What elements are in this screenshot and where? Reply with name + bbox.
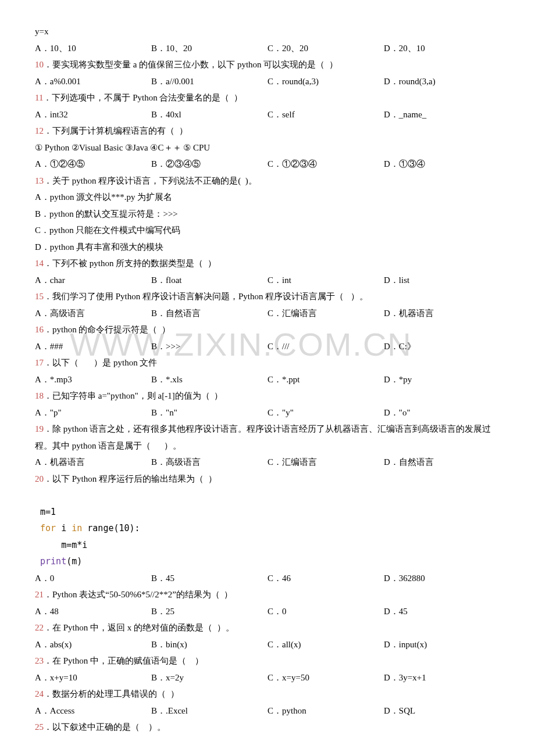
question-text: ．Python 表达式“50-50%6*5//2**2”的结果为（ ） xyxy=(44,590,233,599)
option-b: B．45 xyxy=(151,570,268,587)
option-a: A．①②④⑤ xyxy=(35,156,151,173)
q14-options: A．char B．float C．int D．list xyxy=(35,272,500,289)
option-b: B．自然语言 xyxy=(151,305,268,322)
option-b: B．40xl xyxy=(151,106,268,123)
question-number: 17 xyxy=(35,358,44,367)
function: print xyxy=(35,556,66,567)
option-b: B．bin(x) xyxy=(151,636,268,653)
option-b: B．x=2y xyxy=(151,669,268,686)
q16: 16．python 的命令行提示符是（ ） xyxy=(35,321,500,338)
q19: 19．除 python 语言之处，还有很多其他程序设计语言。程序设计语言经历了从… xyxy=(35,421,500,454)
option-d: D．362880 xyxy=(384,570,500,587)
option-d: D．自然语言 xyxy=(384,454,500,471)
q17-options: A．*.mp3 B．*.xls C．*.ppt D．*py xyxy=(35,371,500,388)
option-d: D．list xyxy=(384,272,500,289)
document-content: y=x A．10、10 B．10、20 C．20、20 D．20、10 10．要… xyxy=(35,23,500,736)
question-number: 19 xyxy=(35,424,44,433)
option-d: D．input(x) xyxy=(384,636,500,653)
q20: 20．以下 Python 程序运行后的输出结果为（ ） xyxy=(35,471,500,488)
option-a: A．python 源文件以***.py 为扩展名 xyxy=(35,189,500,206)
q23-options: A．x+y=10 B．x=2y C．x=y=50 D．3y=x+1 xyxy=(35,669,500,686)
question-number: 20 xyxy=(35,474,44,483)
keyword: for xyxy=(35,523,56,533)
q15-options: A．高级语言 B．自然语言 C．汇编语言 D．机器语言 xyxy=(35,305,500,322)
option-d: D．45 xyxy=(384,603,500,620)
option-b: B．>>> xyxy=(151,338,268,355)
option-b: B．25 xyxy=(151,603,268,620)
option-d: D．*py xyxy=(384,371,500,388)
question-number: 11 xyxy=(35,93,43,102)
option-b: B．float xyxy=(151,272,268,289)
question-text: ．我们学习了使用 Python 程序设计语言解决问题，Python 程序设计语言… xyxy=(44,292,368,301)
option-c: C．int xyxy=(268,272,384,289)
option-d: D．"o" xyxy=(384,404,500,421)
option-a: A．10、10 xyxy=(35,40,151,57)
option-c: C．0 xyxy=(268,603,384,620)
option-c: C．round(a,3) xyxy=(268,73,384,90)
question-number: 12 xyxy=(35,126,44,135)
question-number: 13 xyxy=(35,176,44,185)
option-d: D．20、10 xyxy=(384,40,500,57)
code-block: m=1 for i in range(10): m=m*i print(m) xyxy=(35,487,500,570)
question-text: ．已知字符串 a="python"，则 a[-1]的值为（ ） xyxy=(44,391,223,400)
q15: 15．我们学习了使用 Python 程序设计语言解决问题，Python 程序设计… xyxy=(35,288,500,305)
option-d: D．①③④ xyxy=(384,156,500,173)
question-number: 15 xyxy=(35,292,44,301)
question-text: ．在 Python 中，返回 x 的绝对值的函数是（ ）。 xyxy=(44,623,234,632)
question-number: 10 xyxy=(35,60,44,69)
option-c: C．汇编语言 xyxy=(268,454,384,471)
q10-options: A．a%0.001 B．a//0.001 C．round(a,3) D．roun… xyxy=(35,73,500,90)
option-a: A．机器语言 xyxy=(35,454,151,471)
q12-options: A．①②④⑤ B．②③④⑤ C．①②③④ D．①③④ xyxy=(35,156,500,173)
option-b: B．a//0.001 xyxy=(151,73,268,90)
option-a: A．a%0.001 xyxy=(35,73,151,90)
q21: 21．Python 表达式“50-50%6*5//2**2”的结果为（ ） xyxy=(35,586,500,603)
question-text: ．下列不被 python 所支持的数据类型是（ ） xyxy=(44,259,216,268)
code-line: m=1 xyxy=(35,507,56,517)
option-a: A．int32 xyxy=(35,106,151,123)
q14: 14．下列不被 python 所支持的数据类型是（ ） xyxy=(35,255,500,272)
option-a: A．0 xyxy=(35,570,151,587)
q24: 24．数据分析的处理工具错误的（ ） xyxy=(35,686,500,703)
keyword: in xyxy=(72,523,82,533)
q18-options: A．"p" B．"n" C．"y" D．"o" xyxy=(35,404,500,421)
option-d: D．_name_ xyxy=(384,106,500,123)
option-c: C．*.ppt xyxy=(268,371,384,388)
option-b: B．②③④⑤ xyxy=(151,156,268,173)
option-c: C．汇编语言 xyxy=(268,305,384,322)
option-b: B．*.xls xyxy=(151,371,268,388)
option-c: C．/// xyxy=(268,338,384,355)
option-b: B．python 的默认交互提示符是：>>> xyxy=(35,206,500,223)
q12: 12．下列属于计算机编程语言的有（ ） xyxy=(35,123,500,139)
option-b: B．高级语言 xyxy=(151,454,268,471)
question-text: ．python 的命令行提示符是（ ） xyxy=(44,325,170,334)
option-d: D．C:》 xyxy=(384,338,500,355)
code-text: range(10): xyxy=(82,523,140,533)
option-a: A．Access xyxy=(35,703,151,719)
q23: 23．在 Python 中，正确的赋值语句是（ ） xyxy=(35,653,500,669)
option-d: D．机器语言 xyxy=(384,305,500,322)
q21-options: A．48 B．25 C．0 D．45 xyxy=(35,603,500,620)
option-a: A．"p" xyxy=(35,404,151,421)
question-text: ．在 Python 中，正确的赋值语句是（ ） xyxy=(44,656,204,665)
option-a: A．48 xyxy=(35,603,151,620)
question-text: ．除 python 语言之处，还有很多其他程序设计语言。程序设计语言经历了从机器… xyxy=(35,424,491,450)
question-number: 21 xyxy=(35,590,44,599)
option-a: A．abs(x) xyxy=(35,636,151,653)
question-text: ．数据分析的处理工具错误的（ ） xyxy=(44,689,179,698)
code-text: (m) xyxy=(66,556,82,567)
option-c: C．self xyxy=(268,106,384,123)
code-line: y=x xyxy=(35,23,500,40)
question-number: 24 xyxy=(35,689,44,698)
question-number: 18 xyxy=(35,391,44,400)
q17: 17．以下（ ）是 python 文件 xyxy=(35,354,500,371)
question-text: ．要实现将实数型变量 a 的值保留三位小数，以下 python 可以实现的是（ … xyxy=(44,60,338,69)
q10: 10．要实现将实数型变量 a 的值保留三位小数，以下 python 可以实现的是… xyxy=(35,56,500,73)
q20-options: A．0 B．45 C．46 D．362880 xyxy=(35,570,500,587)
question-text: ．关于 python 程序设计语言，下列说法不正确的是( )。 xyxy=(44,176,257,185)
question-text: ．下列选项中，不属于 Python 合法变量名的是（ ） xyxy=(43,93,242,102)
option-c: C．python xyxy=(268,703,384,719)
option-c: C．python 只能在文件模式中编写代码 xyxy=(35,222,500,239)
option-a: A．x+y=10 xyxy=(35,669,151,686)
q24-options: A．Access B．.Excel C．python D．SQL xyxy=(35,703,500,719)
